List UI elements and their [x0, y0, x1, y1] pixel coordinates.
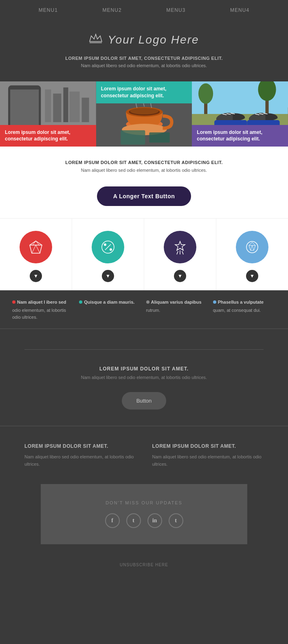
feature-dot-3: [146, 300, 149, 304]
feature-item-4: Phasellus a vulputate quam, at consequat…: [213, 299, 276, 321]
social-section: DON'T MISS OUR UPDATES f t in t: [41, 484, 247, 544]
diamond-icon-circle: [20, 231, 52, 263]
svg-line-44: [177, 251, 178, 254]
footer: UNSUBSCRIBE HERE: [0, 552, 288, 576]
svg-rect-18: [149, 132, 169, 142]
hero-cell-3: Lorem ipsum dolor sit amet, consectetur …: [192, 81, 288, 147]
twitter-icon[interactable]: t: [126, 513, 141, 528]
tumblr-icon[interactable]: t: [169, 513, 183, 528]
two-col-left-text: Nam aliquet libero sed odio elementum, a…: [24, 454, 134, 467]
feature-dot-2: [79, 300, 82, 304]
feature-item-3: Aliquam varius dapibus rutrum.: [146, 299, 209, 321]
two-col-section: LOREM IPSUM DOLOR SIT AMET. Nam aliquet …: [0, 426, 288, 484]
svg-rect-17: [121, 130, 145, 145]
feature-title-2: Quisque a diam mauris.: [84, 299, 134, 306]
gem-icon-circle: [236, 231, 268, 263]
hero-overlay-2: Lorem ipsum dolor sit amet, consectetur …: [96, 81, 192, 103]
header-tagline: LOREM IPSUM DOLOR SIT AMET, CONSECTETUR …: [59, 55, 230, 69]
svg-point-47: [246, 241, 258, 253]
svg-point-15: [130, 108, 158, 114]
feature-title-4: Phasellus a vulputate: [218, 299, 264, 306]
hero-overlay-3: Lorem ipsum dolor sit amet, consectetur …: [192, 125, 288, 147]
content-tagline: LOREM IPSUM DOLOR SIT AMET, CONSECTETUR …: [24, 159, 264, 174]
two-col-right-title: LOREM IPSUM DOLOR SIT AMET.: [152, 442, 264, 450]
hero-grid: Lorem ipsum dolor sit amet, consectetur …: [0, 81, 288, 147]
icon-cell-diamond: ▼: [0, 219, 72, 290]
icon-cell-percent: ▼: [72, 219, 144, 290]
svg-point-40: [104, 243, 106, 246]
dark-middle-section: LOREM IPSUM DOLOR SIT AMET. Nam aliquet …: [0, 329, 288, 426]
two-col-left-title: LOREM IPSUM DOLOR SIT AMET.: [24, 442, 136, 450]
feature-title-1: Nam aliquet l ibero sed: [17, 299, 66, 306]
arrow-down-icon-3: ▼: [174, 270, 186, 282]
svg-rect-4: [10, 90, 39, 130]
svg-point-41: [110, 248, 112, 251]
svg-line-50: [251, 245, 252, 250]
feature-text-3: rutrum.: [146, 308, 160, 313]
nav-item-menu1[interactable]: MENU1: [39, 7, 58, 13]
hero-overlay-1: Lorem ipsum dolor sit amet, consectetur …: [0, 125, 96, 147]
svg-line-45: [182, 251, 183, 254]
feature-text-1: odio elementum, at lobortis odio ultrice…: [12, 308, 66, 320]
nav-item-menu4[interactable]: MENU4: [230, 7, 249, 13]
svg-point-22: [198, 83, 213, 104]
two-col-right: LOREM IPSUM DOLOR SIT AMET. Nam aliquet …: [152, 442, 264, 468]
social-icons: f t in t: [49, 513, 239, 528]
dark-middle-title: LOREM IPSUM DOLOR SIT AMET.: [24, 366, 264, 372]
arrow-down-icon-2: ▼: [102, 270, 114, 282]
crown-icon: [89, 33, 103, 47]
svg-line-51: [252, 245, 254, 250]
logo-text: Your Logo Here: [108, 33, 199, 46]
award-icon-circle: [164, 231, 196, 263]
features-section: Nam aliquet l ibero sed odio elementum, …: [0, 290, 288, 329]
feature-dot-1: [12, 300, 15, 304]
cta-button[interactable]: A Longer Text Button: [97, 186, 191, 206]
arrow-down-icon-1: ▼: [30, 270, 42, 282]
svg-rect-7: [53, 94, 61, 122]
arrow-down-icon-4: ▼: [246, 270, 258, 282]
feature-item-1: Nam aliquet l ibero sed odio elementum, …: [12, 299, 75, 321]
svg-line-37: [32, 245, 36, 253]
social-title: DON'T MISS OUR UPDATES: [49, 500, 239, 505]
svg-line-38: [36, 245, 40, 253]
logo-area: Your Logo Here: [8, 33, 280, 47]
svg-rect-9: [69, 92, 79, 122]
nav-item-menu2[interactable]: MENU2: [103, 7, 122, 13]
dark-button[interactable]: Button: [122, 392, 167, 410]
feature-dot-4: [213, 300, 216, 304]
svg-rect-10: [82, 98, 89, 122]
svg-rect-6: [45, 90, 51, 122]
dark-middle-subtitle: Nam aliquet libero sed odio elementum, a…: [24, 375, 264, 380]
icon-grid: ▼ ▼ ▼: [0, 218, 288, 290]
svg-marker-0: [90, 34, 102, 42]
feature-item-2: Quisque a diam mauris.: [79, 299, 142, 321]
svg-marker-48: [249, 242, 255, 250]
page-header: Your Logo Here LOREM IPSUM DOLOR SIT AME…: [0, 20, 288, 77]
percent-icon-circle: [92, 231, 124, 263]
unsubscribe-link[interactable]: UNSUBSCRIBE HERE: [120, 563, 168, 567]
two-col-left: LOREM IPSUM DOLOR SIT AMET. Nam aliquet …: [24, 442, 136, 468]
icon-cell-gem: ▼: [216, 219, 288, 290]
facebook-icon[interactable]: f: [105, 513, 120, 528]
content-section: LOREM IPSUM DOLOR SIT AMET, CONSECTETUR …: [0, 147, 288, 218]
icon-cell-award: ▼: [144, 219, 216, 290]
hero-cell-1: Lorem ipsum dolor sit amet, consectetur …: [0, 81, 96, 147]
feature-text-4: quam, at consequat dui.: [213, 308, 261, 313]
feature-title-3: Aliquam varius dapibus: [151, 299, 202, 306]
hero-cell-2: Lorem ipsum dolor sit amet, consectetur …: [96, 81, 192, 147]
navigation: MENU1 MENU2 MENU3 MENU4: [0, 0, 288, 20]
svg-marker-43: [175, 241, 185, 250]
two-col-right-text: Nam aliquet libero sed odio elementum, a…: [152, 454, 262, 467]
linkedin-icon[interactable]: in: [147, 513, 162, 528]
svg-rect-8: [63, 88, 68, 122]
svg-marker-33: [30, 241, 42, 253]
nav-item-menu3[interactable]: MENU3: [166, 7, 185, 13]
